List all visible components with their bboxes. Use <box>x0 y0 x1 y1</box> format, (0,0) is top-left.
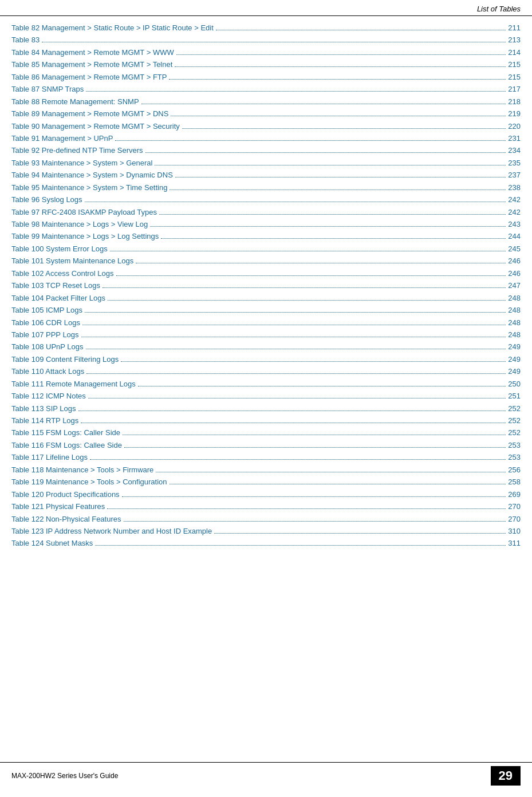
entry-dots <box>107 508 506 509</box>
toc-entry: Table 109 Content Filtering Logs249 <box>11 353 521 365</box>
entry-label: Table 116 FSM Logs: Callee Side <box>11 439 122 451</box>
entry-dots <box>115 140 506 141</box>
entry-dots <box>110 251 506 251</box>
entry-dots <box>42 42 506 42</box>
toc-entry: Table 113 SIP Logs252 <box>11 403 521 415</box>
entry-page: 243 <box>508 218 521 230</box>
entry-label: Table 102 Access Control Logs <box>11 267 114 279</box>
entry-dots <box>159 214 506 215</box>
entry-label: Table 85 Management > Remote MGMT > Teln… <box>11 58 172 70</box>
entry-dots <box>82 325 506 325</box>
entry-label: Table 115 FSM Logs: Caller Side <box>11 427 120 439</box>
toc-entry: Table 114 RTP Logs252 <box>11 415 521 427</box>
entry-dots <box>81 337 506 337</box>
toc-entry: Table 89 Management > Remote MGMT > DNS2… <box>11 108 521 120</box>
entry-page: 258 <box>508 476 521 488</box>
entry-label: Table 84 Management > Remote MGMT > WWW <box>11 46 174 58</box>
entry-label: Table 97 RFC-2408 ISAKMP Payload Types <box>11 206 157 218</box>
toc-entry: Table 88 Remote Management: SNMP218 <box>11 96 521 108</box>
entry-page: 237 <box>508 169 521 181</box>
entry-page: 247 <box>508 279 521 291</box>
entry-dots <box>85 202 506 202</box>
toc-entry: Table 122 Non-Physical Features270 <box>11 513 521 525</box>
toc-entry: Table 95 Maintenance > System > Time Set… <box>11 182 521 194</box>
footer-page: 29 <box>491 766 521 786</box>
entry-dots <box>108 300 506 301</box>
entry-dots <box>170 190 506 190</box>
entry-page: 248 <box>508 292 521 304</box>
entry-label: Table 82 Management > Static Route > IP … <box>11 22 214 34</box>
toc-entry: Table 115 FSM Logs: Caller Side252 <box>11 427 521 439</box>
toc-entry: Table 103 TCP Reset Logs247 <box>11 279 521 291</box>
entry-label: Table 104 Packet Filter Logs <box>11 292 105 304</box>
entry-dots <box>116 275 506 276</box>
toc-entry: Table 117 Lifeline Logs253 <box>11 451 521 463</box>
entry-dots <box>103 287 506 288</box>
page-footer: MAX-200HW2 Series User's Guide 29 <box>0 762 532 786</box>
entry-page: 231 <box>508 132 521 144</box>
entry-label: Table 122 Non-Physical Features <box>11 513 121 525</box>
entry-label: Table 124 Subnet Masks <box>11 537 93 549</box>
entry-dots <box>170 484 506 484</box>
toc-entry: Table 108 UPnP Logs249 <box>11 341 521 353</box>
entry-dots <box>216 30 506 30</box>
entry-page: 248 <box>508 304 521 316</box>
entry-label: Table 100 System Error Logs <box>11 243 108 255</box>
toc-entry: Table 119 Maintenance > Tools > Configur… <box>11 476 521 488</box>
toc-entry: Table 98 Maintenance > Logs > View Log24… <box>11 218 521 230</box>
toc-entry: Table 101 System Maintenance Logs246 <box>11 255 521 267</box>
header-title: List of Tables <box>477 5 521 13</box>
entry-dots <box>145 152 506 153</box>
toc-entry: Table 93 Maintenance > System > General2… <box>11 157 521 169</box>
entry-dots <box>214 533 506 534</box>
toc-entry: Table 91 Management > UPnP231 <box>11 132 521 144</box>
entry-dots <box>124 521 506 522</box>
entry-page: 249 <box>508 353 521 365</box>
entry-page: 215 <box>508 58 521 70</box>
footer-series: MAX-200HW2 Series User's Guide <box>11 772 118 780</box>
entry-page: 252 <box>508 427 521 439</box>
entry-label: Table 98 Maintenance > Logs > View Log <box>11 218 148 230</box>
entry-page: 235 <box>508 157 521 169</box>
entry-dots <box>171 116 506 116</box>
entry-label: Table 120 Product Specifications <box>11 488 120 500</box>
entry-dots <box>176 54 506 55</box>
entry-page: 249 <box>508 341 521 353</box>
toc-entry: Table 110 Attack Logs249 <box>11 365 521 377</box>
entry-label: Table 92 Pre-defined NTP Time Servers <box>11 144 143 156</box>
entry-page: 248 <box>508 317 521 329</box>
entry-page: 214 <box>508 46 521 58</box>
toc-entry: Table 102 Access Control Logs246 <box>11 267 521 279</box>
entry-label: Table 108 UPnP Logs <box>11 341 84 353</box>
toc-entry: Table 106 CDR Logs248 <box>11 317 521 329</box>
entry-label: Table 113 SIP Logs <box>11 403 76 415</box>
entry-label: Table 111 Remote Management Logs <box>11 378 136 390</box>
entry-label: Table 96 Syslog Logs <box>11 194 82 206</box>
entry-page: 246 <box>508 255 521 267</box>
entry-page: 242 <box>508 206 521 218</box>
entry-dots <box>81 423 506 423</box>
entry-dots <box>90 459 506 460</box>
entry-dots <box>169 79 506 80</box>
entry-dots <box>86 349 506 349</box>
entry-label: Table 119 Maintenance > Tools > Configur… <box>11 476 167 488</box>
entry-label: Table 86 Management > Remote MGMT > FTP <box>11 71 167 83</box>
entry-dots <box>85 312 506 313</box>
entry-page: 218 <box>508 96 521 108</box>
toc-entry: Table 100 System Error Logs245 <box>11 243 521 255</box>
entry-dots <box>175 66 506 67</box>
toc-entry: Table 124 Subnet Masks311 <box>11 537 521 549</box>
entry-label: Table 101 System Maintenance Logs <box>11 255 133 267</box>
entry-page: 217 <box>508 83 521 95</box>
entry-page: 252 <box>508 403 521 415</box>
entry-label: Table 103 TCP Reset Logs <box>11 279 100 291</box>
entry-dots <box>136 263 506 263</box>
entry-label: Table 106 CDR Logs <box>11 317 80 329</box>
toc-entry: Table 87 SNMP Traps217 <box>11 83 521 95</box>
entry-page: 252 <box>508 415 521 427</box>
entry-label: Table 112 ICMP Notes <box>11 390 86 402</box>
entry-label: Table 110 Attack Logs <box>11 365 84 377</box>
entry-page: 253 <box>508 439 521 451</box>
entry-page: 270 <box>508 513 521 525</box>
entry-label: Table 118 Maintenance > Tools > Firmware <box>11 464 153 476</box>
